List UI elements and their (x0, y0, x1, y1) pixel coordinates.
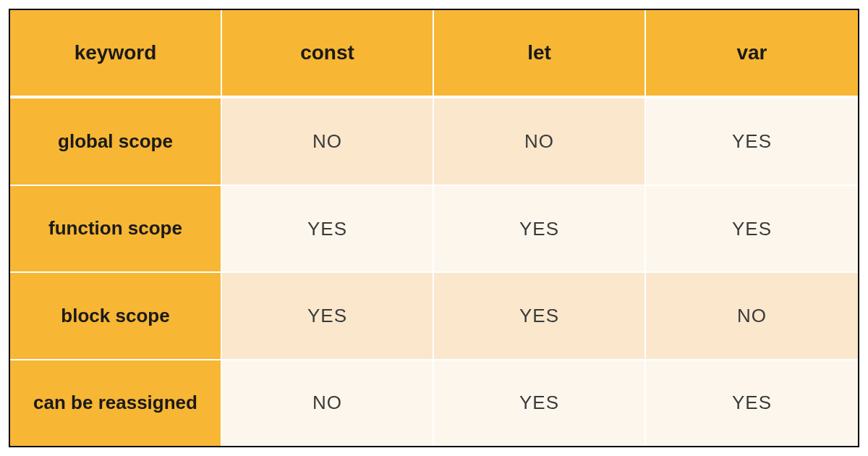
table-row: can be reassigned NO YES YES (10, 360, 858, 446)
header-var: var (646, 10, 858, 96)
cell-value: YES (222, 186, 434, 271)
cell-value: YES (646, 98, 858, 184)
table-row: function scope YES YES YES (10, 186, 858, 273)
cell-value: YES (646, 360, 858, 446)
row-label-global-scope: global scope (10, 98, 222, 184)
header-keyword: keyword (10, 10, 222, 96)
header-let: let (434, 10, 646, 96)
cell-value: YES (222, 273, 434, 358)
cell-value: NO (222, 98, 434, 184)
table-row: block scope YES YES NO (10, 273, 858, 360)
table-row: global scope NO NO YES (10, 98, 858, 185)
cell-value: NO (646, 273, 858, 358)
cell-value: NO (222, 360, 434, 446)
cell-value: YES (434, 186, 646, 271)
table-header-row: keyword const let var (10, 10, 858, 98)
cell-value: YES (434, 360, 646, 446)
cell-value: YES (434, 273, 646, 358)
comparison-table: keyword const let var global scope NO NO… (9, 9, 859, 447)
row-label-block-scope: block scope (10, 273, 222, 358)
cell-value: YES (646, 186, 858, 271)
header-const: const (222, 10, 434, 96)
row-label-reassigned: can be reassigned (10, 360, 222, 446)
cell-value: NO (434, 98, 646, 184)
row-label-function-scope: function scope (10, 186, 222, 271)
